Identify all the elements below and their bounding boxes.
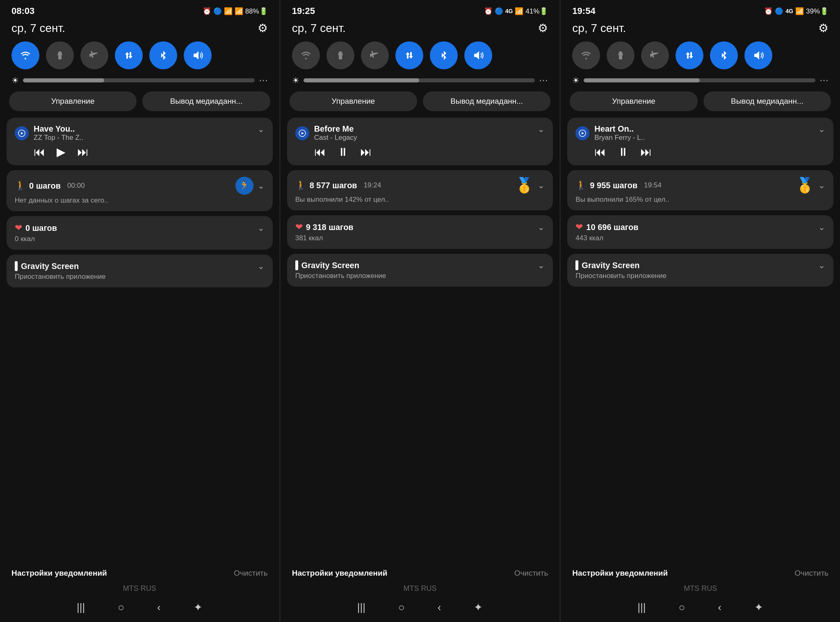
brightness-dots[interactable]: ⋯ [539,75,548,86]
gravity-chevron[interactable]: ⌄ [538,260,545,270]
gravity-subtitle: Приостановить приложение [575,272,825,280]
media-expand-chevron[interactable]: ⌄ [818,124,825,134]
steps1-chevron[interactable]: ⌄ [538,180,545,190]
brightness-track[interactable] [584,78,815,82]
status-time: 08:03 [11,6,34,16]
media-info: Have You..ZZ Top - The Z.. [15,124,83,142]
toggle-data[interactable] [395,41,423,69]
media-prev-button[interactable]: ⏮ [314,145,326,159]
status-time: 19:54 [572,6,595,16]
notification-settings-button[interactable]: Настройки уведомлений [11,569,107,578]
nav-assistant-button[interactable]: ✦ [474,601,483,614]
svg-rect-12 [619,55,622,59]
media-prev-button[interactable]: ⏮ [594,145,606,159]
settings-gear-icon[interactable]: ⚙ [538,21,548,35]
notification-clear-button[interactable]: Очистить [514,569,548,578]
media-next-button[interactable]: ⏭ [640,145,652,159]
date-row: ср, 7 сент.⚙ [281,20,560,39]
gravity-chevron[interactable]: ⌄ [818,260,825,270]
brightness-fill [304,78,419,82]
media-app-icon [575,126,589,140]
brightness-dots[interactable]: ⋯ [259,75,268,86]
media-next-button[interactable]: ⏭ [77,145,89,159]
toggle-volume[interactable] [464,41,492,69]
date-label: ср, 7 сент. [11,22,65,35]
toggle-airplane[interactable] [641,41,669,69]
nav-home-button[interactable]: ○ [679,601,685,614]
media-pause-button[interactable]: ⏸ [337,145,349,159]
tab-row: УправлениеВывод медиаданн... [0,91,279,118]
notification-clear-button[interactable]: Очистить [794,569,829,578]
steps2-kcal: 381 ккал [295,234,545,242]
toggle-volume[interactable] [744,41,772,69]
toggle-wifi[interactable] [11,41,39,69]
tab-media-output[interactable]: Вывод медиаданн... [703,91,831,111]
settings-gear-icon[interactable]: ⚙ [818,21,829,35]
nav-home-button[interactable]: ○ [118,601,124,614]
steps2-count: 9 318 шагов [306,223,354,232]
gravity-bar-icon [295,260,298,270]
notification-settings-button[interactable]: Настройки уведомлений [572,569,668,578]
media-play-button[interactable]: ▶ [57,145,66,159]
date-label: ср, 7 сент. [572,22,626,35]
brightness-fill [584,78,699,82]
nav-recents-button[interactable]: ||| [637,601,646,614]
toggle-data[interactable] [676,41,703,69]
svg-marker-1 [57,52,62,55]
tab-media-output[interactable]: Вывод медиаданн... [142,91,270,111]
gravity-left: Gravity Screen [575,260,639,270]
media-expand-chevron[interactable]: ⌄ [258,124,265,134]
brightness-track[interactable] [304,78,535,82]
toggle-wifi[interactable] [292,41,320,69]
toggle-bluetooth[interactable] [149,41,177,69]
svg-rect-14 [620,51,621,52]
toggle-torch[interactable] [326,41,354,69]
media-next-button[interactable]: ⏭ [360,145,372,159]
media-prev-button[interactable]: ⏮ [34,145,45,159]
toggle-torch[interactable] [46,41,74,69]
notification-settings-button[interactable]: Настройки уведомлений [292,569,388,578]
tab-media-output[interactable]: Вывод медиаданн... [423,91,550,111]
nav-recents-button[interactable]: ||| [77,601,85,614]
gravity-title: Gravity Screen [582,261,639,270]
nav-back-button[interactable]: ‹ [157,601,161,614]
nav-back-button[interactable]: ‹ [718,601,721,614]
gravity-left: Gravity Screen [295,260,359,270]
nav-assistant-button[interactable]: ✦ [754,601,763,614]
quick-toggle-row [561,39,840,74]
steps2-chevron[interactable]: ⌄ [818,222,825,232]
brightness-track[interactable] [23,78,255,82]
brightness-row: ☀ ⋯ [561,74,840,91]
gravity-title: Gravity Screen [21,262,79,271]
steps1-chevron[interactable]: ⌄ [818,180,825,190]
toggle-bluetooth[interactable] [710,41,738,69]
toggle-torch[interactable] [607,41,635,69]
media-expand-chevron[interactable]: ⌄ [538,124,545,134]
toggle-data[interactable] [115,41,143,69]
nav-assistant-button[interactable]: ✦ [194,601,203,614]
toggle-volume[interactable] [184,41,212,69]
steps1-chevron[interactable]: ⌄ [258,181,265,191]
media-app-icon [295,126,309,140]
status-bar: 19:54⏰🔵4G📶39%🔋 [561,0,840,20]
settings-gear-icon[interactable]: ⚙ [258,21,268,35]
toggle-airplane[interactable] [361,41,389,69]
nav-recents-button[interactable]: ||| [357,601,365,614]
media-pause-button[interactable]: ⏸ [617,145,629,159]
gravity-chevron[interactable]: ⌄ [258,261,265,271]
steps2-chevron[interactable]: ⌄ [258,223,265,233]
tab-manage[interactable]: Управление [9,91,137,111]
notification-area: Heart On..Bryan Ferry - L..⌄⏮⏸⏭🚶9 955 ша… [561,118,840,564]
status-time: 19:25 [292,6,315,16]
nav-home-button[interactable]: ○ [398,601,405,614]
toggle-airplane[interactable] [80,41,108,69]
toggle-wifi[interactable] [572,41,600,69]
tab-manage[interactable]: Управление [290,91,417,111]
nav-back-button[interactable]: ‹ [438,601,441,614]
brightness-dots[interactable]: ⋯ [819,75,829,86]
tab-row: УправлениеВывод медиаданн... [281,91,560,118]
notification-clear-button[interactable]: Очистить [234,569,268,578]
steps2-chevron[interactable]: ⌄ [538,222,545,232]
toggle-bluetooth[interactable] [430,41,458,69]
tab-manage[interactable]: Управление [570,91,697,111]
